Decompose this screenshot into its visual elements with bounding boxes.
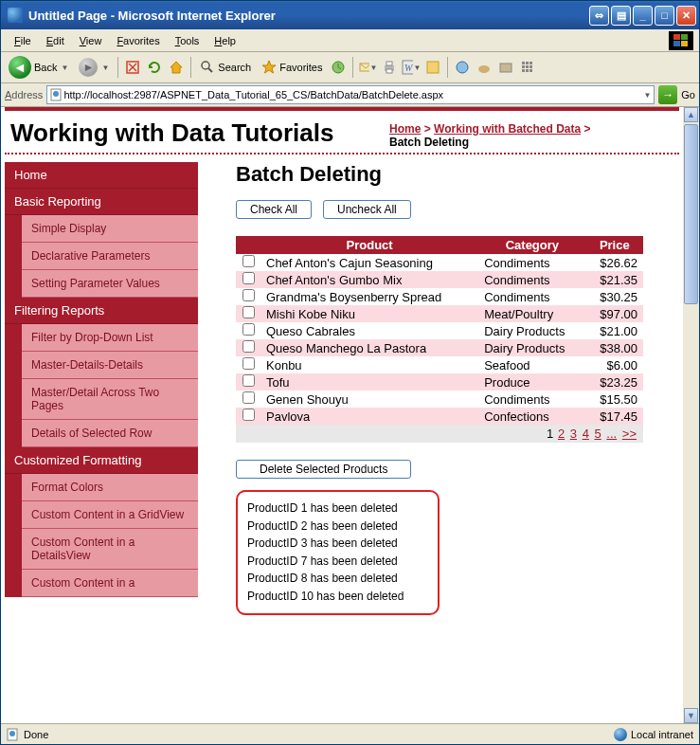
menu-file[interactable]: File <box>7 32 39 49</box>
close-button[interactable]: ✕ <box>676 6 696 26</box>
sidebar-header[interactable]: Basic Reporting <box>5 189 198 215</box>
mail-button[interactable]: ▼ <box>358 58 377 77</box>
uncheck-all-button[interactable]: Uncheck All <box>323 200 411 219</box>
sidebar-item[interactable]: Master/Detail Across Two Pages <box>22 379 198 420</box>
svg-line-8 <box>208 68 212 72</box>
home-button[interactable] <box>167 58 186 77</box>
print-button[interactable] <box>380 58 399 77</box>
status-message: ProductID 10 has been deleted <box>247 588 428 606</box>
sidebar-item[interactable]: Custom Content in a GridView <box>22 501 198 529</box>
sidebar-header[interactable]: Home <box>5 162 198 189</box>
scroll-down-icon[interactable]: ▼ <box>684 708 698 723</box>
menu-edit[interactable]: Edit <box>39 32 72 49</box>
cell-category: Seafood <box>478 356 585 373</box>
menu-favorites[interactable]: Favorites <box>109 32 167 49</box>
search-label: Search <box>218 62 251 73</box>
pager-link[interactable]: 3 <box>570 427 577 441</box>
status-message: ProductID 7 has been deleted <box>247 553 428 571</box>
sidebar-item[interactable]: Custom Content in a DetailsView <box>22 529 198 570</box>
back-label: Back <box>34 62 57 73</box>
cell-category: Dairy Products <box>478 339 585 356</box>
pager-link[interactable]: 4 <box>583 427 589 441</box>
svg-rect-26 <box>526 65 529 68</box>
breadcrumb-home[interactable]: Home <box>389 122 421 136</box>
page-title: Working with Data Tutorials <box>10 118 389 148</box>
cell-category: Produce <box>478 373 585 391</box>
cell-price: $15.50 <box>586 391 643 408</box>
sidebar-header[interactable]: Customized Formatting <box>5 447 198 474</box>
row-checkbox[interactable] <box>242 340 255 353</box>
page-icon <box>7 728 20 741</box>
search-button[interactable]: Search <box>196 58 255 77</box>
check-all-button[interactable]: Check All <box>236 200 312 219</box>
sidebar-item[interactable]: Declarative Parameters <box>22 243 198 270</box>
titlebar-extra-1[interactable]: ⇔ <box>589 6 609 26</box>
menu-help[interactable]: Help <box>206 32 243 49</box>
column-header: Category <box>478 236 585 254</box>
minimize-button[interactable]: _ <box>633 6 653 26</box>
pager-next[interactable]: >> <box>622 427 637 441</box>
address-bar: Address http://localhost:2987/ASPNET_Dat… <box>1 83 699 107</box>
address-label: Address <box>5 89 43 100</box>
menu-tools[interactable]: Tools <box>168 32 207 49</box>
tool-messenger-icon[interactable] <box>496 58 515 77</box>
sidebar-item[interactable]: Custom Content in a <box>22 570 198 597</box>
go-button[interactable]: → <box>658 85 677 104</box>
pager-ellipsis[interactable]: ... <box>606 427 617 441</box>
vertical-scrollbar[interactable]: ▲ ▼ <box>683 107 699 723</box>
delete-selected-button[interactable]: Delete Selected Products <box>236 460 411 479</box>
menu-view[interactable]: View <box>72 32 110 49</box>
tool-extra-icon[interactable] <box>518 58 537 77</box>
table-row: Chef Anton's Gumbo MixCondiments$21.35 <box>236 271 643 288</box>
chevron-down-icon[interactable]: ▼ <box>643 91 651 100</box>
discuss-button[interactable] <box>423 58 442 77</box>
sidebar-item[interactable]: Simple Display <box>22 215 198 243</box>
breadcrumb-current: Batch Deleting <box>389 136 469 149</box>
pager-link[interactable]: 2 <box>558 427 565 441</box>
row-checkbox[interactable] <box>242 374 255 387</box>
row-checkbox[interactable] <box>242 357 255 370</box>
cell-price: $97.00 <box>586 305 643 322</box>
titlebar-extra-2[interactable]: ▤ <box>611 6 631 26</box>
row-checkbox[interactable] <box>242 289 255 301</box>
back-button[interactable]: ◄ Back ▼ <box>5 54 72 81</box>
maximize-button[interactable]: □ <box>655 6 674 26</box>
stop-button[interactable] <box>123 58 142 77</box>
edit-button[interactable]: W▼ <box>402 58 421 77</box>
sidebar-header[interactable]: Filtering Reports <box>5 298 198 324</box>
svg-point-20 <box>478 65 490 73</box>
row-checkbox[interactable] <box>242 272 255 284</box>
sidebar-item[interactable]: Details of Selected Row <box>22 420 198 447</box>
refresh-button[interactable] <box>145 58 164 77</box>
history-button[interactable] <box>329 58 348 77</box>
main-content: Batch Deleting Check All Uncheck All Pro… <box>198 162 679 625</box>
row-checkbox[interactable] <box>242 323 255 336</box>
cell-product: Genen Shouyu <box>260 391 478 408</box>
row-checkbox[interactable] <box>242 409 255 421</box>
svg-text:W: W <box>404 63 412 73</box>
pager-link[interactable]: 5 <box>594 427 601 441</box>
table-row: TofuProduce$23.25 <box>236 373 643 391</box>
sidebar-item[interactable]: Master-Details-Details <box>22 352 198 379</box>
tool-research-icon[interactable] <box>475 58 494 77</box>
table-row: Queso CabralesDairy Products$21.00 <box>236 322 643 339</box>
breadcrumb-section[interactable]: Working with Batched Data <box>434 122 581 136</box>
sidebar-item[interactable]: Filter by Drop-Down List <box>22 324 198 352</box>
favorites-button[interactable]: Favorites <box>258 58 326 77</box>
svg-point-7 <box>202 62 209 69</box>
row-checkbox[interactable] <box>242 306 255 318</box>
chevron-down-icon: ▼ <box>61 64 68 72</box>
row-checkbox[interactable] <box>242 391 255 404</box>
cell-category: Condiments <box>478 391 585 408</box>
url-input[interactable]: http://localhost:2987/ASPNET_Data_Tutori… <box>46 85 655 104</box>
window-title: Untitled Page - Microsoft Internet Explo… <box>27 9 589 23</box>
forward-button[interactable]: ► ▼ <box>75 56 113 79</box>
status-message: ProductID 1 has been deleted <box>247 500 428 518</box>
row-checkbox[interactable] <box>242 255 255 267</box>
sidebar-item[interactable]: Format Colors <box>22 474 198 501</box>
sidebar-item[interactable]: Setting Parameter Values <box>22 270 198 298</box>
research-button[interactable] <box>453 58 472 77</box>
scroll-up-icon[interactable]: ▲ <box>684 107 698 122</box>
scroll-thumb[interactable] <box>684 124 698 304</box>
cell-price: $17.45 <box>586 408 643 425</box>
